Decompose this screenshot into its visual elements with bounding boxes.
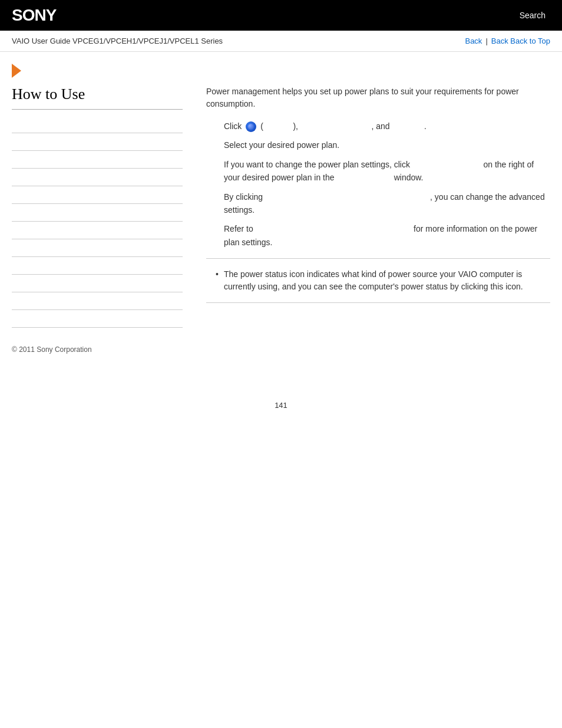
content-divider-1 <box>206 258 550 259</box>
sidebar-top-divider <box>12 109 183 110</box>
sidebar-title: How to Use <box>12 85 183 103</box>
sidebar-item <box>12 239 183 257</box>
back-to-top-link[interactable]: Back Back to Top <box>491 37 550 45</box>
content-area: Power management helps you set up power … <box>194 85 550 328</box>
sidebar-item <box>12 186 183 204</box>
search-button[interactable]: Search <box>515 8 550 22</box>
sidebar-item <box>12 204 183 222</box>
instruction-5: Refer to for more information on the pow… <box>206 222 550 249</box>
bullet-text-1: The power status icon indicates what kin… <box>224 269 523 291</box>
breadcrumb-text: VAIO User Guide VPCEG1/VPCEH1/VPCEJ1/VPC… <box>12 37 223 45</box>
sidebar-item <box>12 275 183 292</box>
page-number: 141 <box>0 389 562 421</box>
nav-links: Back | Back Back to Top <box>465 37 550 45</box>
arrow-section <box>0 52 562 85</box>
bullet-item-1: The power status icon indicates what kin… <box>206 268 550 293</box>
sidebar-item <box>12 133 183 151</box>
content-intro: Power management helps you set up power … <box>206 85 550 110</box>
instruction-3: If you want to change the power plan set… <box>206 158 550 185</box>
click-text: Click <box>224 121 242 131</box>
content-divider-2 <box>206 302 550 303</box>
arrow-icon <box>12 64 21 78</box>
main-layout: How to Use Power management helps you se… <box>0 85 562 328</box>
instruction-4: By clicking , you can change the advance… <box>206 190 550 217</box>
sidebar-item <box>12 257 183 275</box>
sony-logo: SONY <box>12 6 56 25</box>
copyright: © 2011 Sony Corporation <box>0 334 562 365</box>
nav-separator: | <box>485 37 487 45</box>
breadcrumb-bar: VAIO User Guide VPCEG1/VPCEH1/VPCEJ1/VPC… <box>0 31 562 52</box>
and-text: , and <box>371 121 389 131</box>
sidebar-item <box>12 151 183 169</box>
select-text: Select your desired power plan. <box>224 140 339 150</box>
instruction-2: Select your desired power plan. <box>206 139 550 151</box>
sidebar-item <box>12 292 183 310</box>
sidebar-item <box>12 222 183 239</box>
change-settings-text: If you want to change the power plan set… <box>224 160 410 169</box>
sidebar-item <box>12 169 183 186</box>
sidebar-item <box>12 116 183 133</box>
paren-text: ( <box>260 121 263 131</box>
instruction-1: Click ( ), , and . <box>206 120 550 133</box>
windows-icon <box>246 121 256 132</box>
page-header: SONY Search <box>0 0 562 31</box>
back-link[interactable]: Back <box>465 37 482 45</box>
sidebar-item <box>12 310 183 328</box>
sidebar: How to Use <box>12 85 194 328</box>
